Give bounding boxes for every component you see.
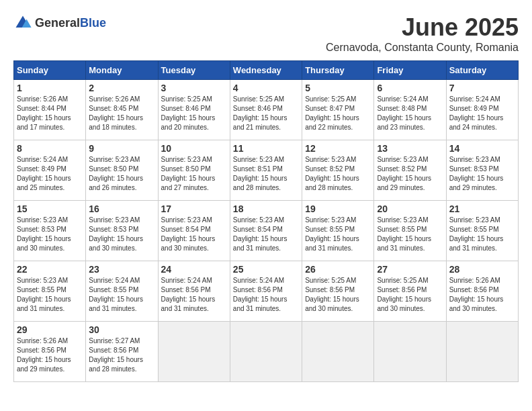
day-number: 2	[89, 83, 154, 93]
day-number: 9	[89, 143, 154, 154]
table-row: 5Sunrise: 5:25 AMSunset: 8:47 PMDaylight…	[302, 80, 374, 140]
table-row: 1Sunrise: 5:26 AMSunset: 8:44 PMDaylight…	[14, 80, 86, 140]
logo-icon	[13, 13, 32, 32]
table-row: 4Sunrise: 5:25 AMSunset: 8:46 PMDaylight…	[230, 80, 302, 140]
table-row: 8Sunrise: 5:24 AMSunset: 8:49 PMDaylight…	[14, 140, 86, 201]
day-info: Sunrise: 5:23 AMSunset: 8:55 PMDaylight:…	[17, 276, 83, 314]
calendar-empty-cell	[230, 322, 302, 382]
month-title: June 2025	[326, 13, 519, 42]
day-info: Sunrise: 5:24 AMSunset: 8:49 PMDaylight:…	[17, 155, 83, 193]
table-row: 21Sunrise: 5:23 AMSunset: 8:55 PMDayligh…	[446, 201, 518, 261]
day-number: 28	[449, 264, 515, 275]
day-number: 10	[161, 143, 227, 154]
day-number: 27	[377, 264, 443, 275]
table-row: 14Sunrise: 5:23 AMSunset: 8:53 PMDayligh…	[446, 140, 518, 201]
day-number: 21	[449, 203, 515, 214]
table-row: 11Sunrise: 5:23 AMSunset: 8:51 PMDayligh…	[230, 140, 302, 201]
day-info: Sunrise: 5:26 AMSunset: 8:56 PMDaylight:…	[17, 336, 83, 374]
table-row: 18Sunrise: 5:23 AMSunset: 8:54 PMDayligh…	[230, 201, 302, 261]
table-row: 30Sunrise: 5:27 AMSunset: 8:56 PMDayligh…	[86, 322, 158, 382]
calendar-header-row: Sunday Monday Tuesday Wednesday Thursday…	[14, 61, 519, 80]
day-info: Sunrise: 5:23 AMSunset: 8:54 PMDaylight:…	[161, 216, 227, 253]
logo-general: General	[35, 16, 80, 30]
day-number: 24	[161, 264, 227, 275]
day-info: Sunrise: 5:24 AMSunset: 8:49 PMDaylight:…	[449, 95, 515, 132]
table-row: 23Sunrise: 5:24 AMSunset: 8:55 PMDayligh…	[86, 261, 158, 322]
day-info: Sunrise: 5:24 AMSunset: 8:56 PMDaylight:…	[161, 276, 227, 314]
day-info: Sunrise: 5:23 AMSunset: 8:52 PMDaylight:…	[377, 155, 443, 193]
day-number: 17	[161, 203, 227, 214]
table-row: 12Sunrise: 5:23 AMSunset: 8:52 PMDayligh…	[302, 140, 374, 201]
day-number: 26	[305, 264, 371, 275]
day-number: 25	[233, 264, 299, 275]
day-info: Sunrise: 5:24 AMSunset: 8:56 PMDaylight:…	[233, 276, 299, 314]
day-info: Sunrise: 5:23 AMSunset: 8:55 PMDaylight:…	[305, 216, 371, 253]
day-number: 7	[449, 83, 515, 93]
day-info: Sunrise: 5:23 AMSunset: 8:53 PMDaylight:…	[17, 216, 83, 253]
col-tuesday: Tuesday	[158, 61, 230, 80]
day-number: 23	[89, 264, 154, 275]
day-number: 29	[17, 324, 83, 335]
day-info: Sunrise: 5:24 AMSunset: 8:55 PMDaylight:…	[89, 276, 154, 314]
calendar-table: Sunday Monday Tuesday Wednesday Thursday…	[13, 60, 519, 382]
calendar-week-row: 1Sunrise: 5:26 AMSunset: 8:44 PMDaylight…	[14, 80, 519, 140]
day-info: Sunrise: 5:25 AMSunset: 8:56 PMDaylight:…	[305, 276, 371, 314]
day-number: 18	[233, 203, 299, 214]
table-row: 27Sunrise: 5:25 AMSunset: 8:56 PMDayligh…	[374, 261, 446, 322]
day-info: Sunrise: 5:25 AMSunset: 8:46 PMDaylight:…	[161, 95, 227, 132]
table-row: 17Sunrise: 5:23 AMSunset: 8:54 PMDayligh…	[158, 201, 230, 261]
col-thursday: Thursday	[302, 61, 374, 80]
table-row: 19Sunrise: 5:23 AMSunset: 8:55 PMDayligh…	[302, 201, 374, 261]
day-info: Sunrise: 5:26 AMSunset: 8:45 PMDaylight:…	[89, 95, 154, 132]
day-number: 20	[377, 203, 443, 214]
table-row: 25Sunrise: 5:24 AMSunset: 8:56 PMDayligh…	[230, 261, 302, 322]
table-row: 22Sunrise: 5:23 AMSunset: 8:55 PMDayligh…	[14, 261, 86, 322]
table-row: 13Sunrise: 5:23 AMSunset: 8:52 PMDayligh…	[374, 140, 446, 201]
page-header: GeneralBlue June 2025 Cernavoda, Constan…	[13, 13, 519, 54]
day-info: Sunrise: 5:23 AMSunset: 8:50 PMDaylight:…	[89, 155, 154, 193]
calendar-week-row: 8Sunrise: 5:24 AMSunset: 8:49 PMDaylight…	[14, 140, 519, 201]
table-row: 9Sunrise: 5:23 AMSunset: 8:50 PMDaylight…	[86, 140, 158, 201]
table-row: 29Sunrise: 5:26 AMSunset: 8:56 PMDayligh…	[14, 322, 86, 382]
day-info: Sunrise: 5:23 AMSunset: 8:55 PMDaylight:…	[377, 216, 443, 253]
table-row: 10Sunrise: 5:23 AMSunset: 8:50 PMDayligh…	[158, 140, 230, 201]
col-sunday: Sunday	[14, 61, 86, 80]
table-row: 24Sunrise: 5:24 AMSunset: 8:56 PMDayligh…	[158, 261, 230, 322]
col-wednesday: Wednesday	[230, 61, 302, 80]
calendar-week-row: 15Sunrise: 5:23 AMSunset: 8:53 PMDayligh…	[14, 201, 519, 261]
day-info: Sunrise: 5:23 AMSunset: 8:54 PMDaylight:…	[233, 216, 299, 253]
table-row: 20Sunrise: 5:23 AMSunset: 8:55 PMDayligh…	[374, 201, 446, 261]
table-row: 28Sunrise: 5:26 AMSunset: 8:56 PMDayligh…	[446, 261, 518, 322]
day-info: Sunrise: 5:23 AMSunset: 8:50 PMDaylight:…	[161, 155, 227, 193]
day-info: Sunrise: 5:26 AMSunset: 8:56 PMDaylight:…	[449, 276, 515, 314]
day-number: 22	[17, 264, 83, 275]
table-row: 15Sunrise: 5:23 AMSunset: 8:53 PMDayligh…	[14, 201, 86, 261]
day-info: Sunrise: 5:23 AMSunset: 8:52 PMDaylight:…	[305, 155, 371, 193]
logo-text: GeneralBlue	[35, 16, 106, 30]
day-number: 12	[305, 143, 371, 154]
calendar-empty-cell	[374, 322, 446, 382]
calendar-empty-cell	[302, 322, 374, 382]
day-info: Sunrise: 5:23 AMSunset: 8:51 PMDaylight:…	[233, 155, 299, 193]
calendar-empty-cell	[158, 322, 230, 382]
day-number: 13	[377, 143, 443, 154]
day-info: Sunrise: 5:23 AMSunset: 8:55 PMDaylight:…	[449, 216, 515, 253]
table-row: 6Sunrise: 5:24 AMSunset: 8:48 PMDaylight…	[374, 80, 446, 140]
day-number: 6	[377, 83, 443, 93]
day-number: 5	[305, 83, 371, 93]
day-number: 14	[449, 143, 515, 154]
day-number: 3	[161, 83, 227, 93]
table-row: 7Sunrise: 5:24 AMSunset: 8:49 PMDaylight…	[446, 80, 518, 140]
table-row: 2Sunrise: 5:26 AMSunset: 8:45 PMDaylight…	[86, 80, 158, 140]
day-info: Sunrise: 5:25 AMSunset: 8:46 PMDaylight:…	[233, 95, 299, 132]
calendar-week-row: 22Sunrise: 5:23 AMSunset: 8:55 PMDayligh…	[14, 261, 519, 322]
day-info: Sunrise: 5:26 AMSunset: 8:44 PMDaylight:…	[17, 95, 83, 132]
col-friday: Friday	[374, 61, 446, 80]
day-number: 19	[305, 203, 371, 214]
table-row: 26Sunrise: 5:25 AMSunset: 8:56 PMDayligh…	[302, 261, 374, 322]
day-info: Sunrise: 5:25 AMSunset: 8:56 PMDaylight:…	[377, 276, 443, 314]
day-number: 1	[17, 83, 83, 93]
col-monday: Monday	[86, 61, 158, 80]
day-number: 16	[89, 203, 154, 214]
location-title: Cernavoda, Constanta County, Romania	[326, 42, 519, 54]
